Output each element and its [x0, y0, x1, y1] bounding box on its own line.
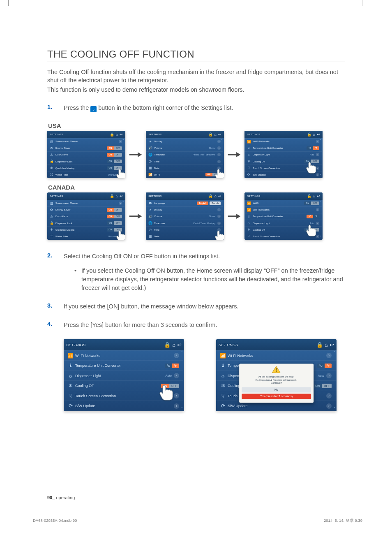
- row-water-filter[interactable]: ☵Water FilterUnknown›: [47, 171, 125, 178]
- scroll-up-icon[interactable]: ˄: [221, 201, 223, 204]
- lock-icon[interactable]: 🔒: [316, 342, 323, 347]
- home-icon[interactable]: ⌂: [116, 195, 118, 198]
- row-volume[interactable]: 🔊Volume3 Level›: [146, 213, 223, 220]
- scroll-up-icon[interactable]: ˄: [320, 139, 321, 142]
- back-icon[interactable]: ↩: [218, 133, 221, 137]
- row-energy-saver[interactable]: ✿Energy SaverONOFF: [47, 145, 125, 151]
- home-icon[interactable]: ⌂: [214, 133, 217, 137]
- scroll-down-icon[interactable]: ˅: [122, 174, 124, 177]
- scroll-up-icon[interactable]: ˄: [122, 201, 124, 204]
- row-wifi[interactable]: 📶Wi-FiONOFF: [146, 171, 223, 178]
- row-touch-screen-correction[interactable]: ☟Touch Screen Correction›: [64, 391, 183, 401]
- scroll-down-icon[interactable]: ˅: [320, 236, 321, 239]
- scroll-down-icon[interactable]: ˅: [122, 236, 124, 239]
- temp-unit-toggle[interactable]: °C°F: [165, 364, 179, 368]
- row-water-filter[interactable]: ☵Water FilterUnknown›: [47, 233, 125, 239]
- back-icon[interactable]: ↩: [177, 342, 182, 347]
- scroll-down-icon[interactable]: ˅: [221, 174, 223, 177]
- back-icon[interactable]: ↩: [330, 342, 334, 347]
- cooling-off-toggle[interactable]: ONOFF: [314, 384, 332, 388]
- row-display[interactable]: ☀Display›: [146, 206, 223, 213]
- row-dispenser-lock[interactable]: 🔒Dispenser LockONOFF: [47, 220, 125, 226]
- home-icon[interactable]: ⌂: [313, 133, 315, 137]
- cooling-off-toggle[interactable]: ONOFF: [304, 160, 320, 163]
- scroll-up-icon[interactable]: ˄: [334, 351, 335, 354]
- home-icon[interactable]: ⌂: [116, 133, 118, 137]
- lock-icon[interactable]: 🔒: [208, 133, 213, 137]
- lock-icon[interactable]: 🔒: [307, 195, 311, 198]
- quick-ice-toggle[interactable]: ONOFF: [107, 228, 122, 232]
- back-icon[interactable]: ↩: [317, 195, 320, 198]
- row-display[interactable]: ☀Display›: [146, 138, 223, 145]
- row-date[interactable]: ▦Date›: [146, 233, 223, 239]
- home-icon[interactable]: ⌂: [214, 195, 217, 198]
- row-wifi-networks[interactable]: 📶Wi-Fi Networks›: [244, 206, 322, 213]
- scroll-up-icon[interactable]: ˄: [320, 201, 321, 204]
- row-cooling-off[interactable]: ❄Cooling OffONOFF: [244, 226, 322, 233]
- scroll-up-icon[interactable]: ˄: [122, 139, 124, 142]
- home-icon[interactable]: ⌂: [172, 342, 175, 347]
- scroll-down-icon[interactable]: ˅: [221, 236, 223, 239]
- scroll-down-icon[interactable]: ˅: [320, 174, 321, 177]
- row-temp-unit-converter[interactable]: 🌡Temperature Unit Converter°C°F: [64, 360, 183, 371]
- row-cooling-off[interactable]: ❄Cooling OffONOFF: [244, 158, 322, 164]
- home-icon[interactable]: ⌂: [313, 195, 315, 198]
- row-temp-unit-converter[interactable]: 🌡Temperature Unit Converter°C°F: [244, 145, 322, 151]
- row-timezone[interactable]: 🌐TimezonePacific Time - Vancouver›: [146, 151, 223, 158]
- temp-unit-toggle[interactable]: °C°F: [307, 215, 319, 218]
- dispenser-lock-toggle[interactable]: ONOFF: [107, 160, 122, 163]
- cooling-off-toggle[interactable]: ONOFF: [304, 228, 320, 232]
- row-dispenser-light[interactable]: ☼Dispenser LightAuto›: [244, 220, 322, 226]
- wifi-toggle[interactable]: ONOFF: [205, 173, 221, 176]
- row-volume[interactable]: 🔊Volume3 Level›: [146, 145, 223, 151]
- row-language[interactable]: 🗣LanguageEnglishFrench: [146, 200, 223, 206]
- door-alarm-toggle[interactable]: ONOFF: [107, 215, 122, 218]
- dispenser-lock-toggle[interactable]: ONOFF: [107, 221, 122, 225]
- row-dispenser-light[interactable]: ☼Dispenser LightAuto›: [244, 151, 322, 158]
- modal-no-button[interactable]: No: [242, 387, 311, 392]
- temp-unit-toggle[interactable]: °C°F: [317, 364, 332, 368]
- row-cooling-off[interactable]: ❄Cooling OffONOFF: [64, 380, 183, 391]
- home-icon[interactable]: ⌂: [325, 342, 328, 347]
- door-alarm-toggle[interactable]: ONOFF: [107, 153, 122, 157]
- row-wifi-networks[interactable]: 📶Wi-Fi Networks›: [244, 138, 322, 145]
- lock-icon[interactable]: 🔒: [164, 342, 171, 347]
- lock-icon[interactable]: 🔒: [110, 133, 114, 137]
- row-quick-ice-making[interactable]: ❄Quick Ice MakingONOFF: [47, 164, 125, 171]
- temp-unit-toggle[interactable]: °C°F: [307, 146, 319, 150]
- row-sw-update[interactable]: ⟳S/W Update›: [244, 171, 322, 178]
- row-energy-saver[interactable]: ✿Energy SaverONOFF: [47, 206, 125, 213]
- wifi-toggle[interactable]: ONOFF: [304, 201, 320, 205]
- row-door-alarm[interactable]: ⚠Door AlarmONOFF: [47, 213, 125, 220]
- back-icon[interactable]: ↩: [120, 195, 123, 198]
- row-touch-screen-correction[interactable]: ☟Touch Screen Correction›: [244, 233, 322, 239]
- scroll-down-icon[interactable]: ˅: [334, 407, 335, 410]
- row-dispenser-lock[interactable]: 🔒Dispenser LockONOFF: [47, 158, 125, 164]
- scroll-down-icon[interactable]: ˅: [181, 407, 183, 410]
- lock-icon[interactable]: 🔒: [208, 195, 213, 198]
- energy-saver-toggle[interactable]: ONOFF: [107, 146, 122, 150]
- row-wifi-networks[interactable]: 📶Wi-Fi Networks›: [64, 350, 183, 361]
- lock-icon[interactable]: 🔒: [110, 195, 114, 198]
- lang-english-pill[interactable]: English: [197, 201, 208, 205]
- back-icon[interactable]: ↩: [218, 195, 221, 198]
- quick-ice-toggle[interactable]: ONOFF: [107, 166, 122, 170]
- row-door-alarm[interactable]: ⚠Door AlarmONOFF: [47, 151, 125, 158]
- scroll-up-icon[interactable]: ˄: [181, 351, 183, 354]
- row-date[interactable]: ▦Date›: [146, 164, 223, 171]
- row-dispenser-light[interactable]: ☼Dispenser LightAuto›: [64, 371, 183, 381]
- row-quick-ice-making[interactable]: ❄Quick Ice MakingONOFF: [47, 226, 125, 233]
- row-time[interactable]: ◷Time›: [146, 226, 223, 233]
- scroll-up-icon[interactable]: ˄: [221, 139, 223, 142]
- energy-saver-toggle[interactable]: ONOFF: [107, 208, 122, 212]
- row-timezone[interactable]: 🌐TimezoneCentral Time - Winnipeg›: [146, 220, 223, 226]
- back-icon[interactable]: ↩: [120, 133, 123, 137]
- lock-icon[interactable]: 🔒: [307, 133, 311, 137]
- back-icon[interactable]: ↩: [317, 133, 320, 137]
- modal-yes-button[interactable]: Yes (press for 3 seconds): [242, 394, 311, 399]
- cooling-off-toggle[interactable]: ONOFF: [161, 384, 180, 388]
- lang-french-pill[interactable]: French: [210, 201, 221, 205]
- row-wifi[interactable]: 📶Wi-FiONOFF: [244, 200, 322, 206]
- row-temp-unit-converter[interactable]: 🌡Temperature Unit Converter°C°F: [244, 213, 322, 220]
- row-wifi-networks[interactable]: 📶Wi-Fi Networks›: [216, 350, 336, 361]
